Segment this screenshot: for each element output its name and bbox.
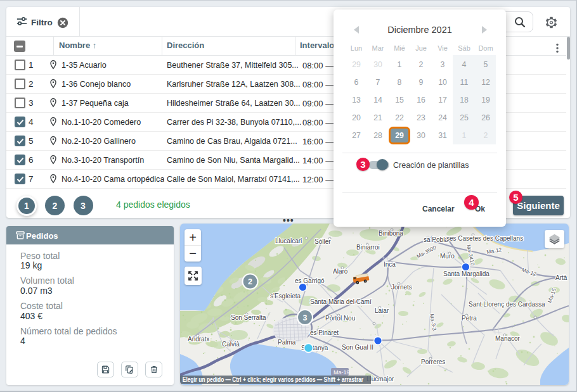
- svg-text:Laiar: Laiar: [375, 307, 389, 314]
- svg-text:2: 2: [248, 277, 252, 286]
- svg-text:Binibona: Binibona: [379, 230, 403, 237]
- svg-text:Calvià: Calvià: [222, 341, 240, 348]
- svg-text:Biniarroi: Biniarroi: [356, 244, 380, 251]
- svg-text:Andratx: Andratx: [188, 336, 209, 343]
- svg-text:Jornets: Jornets: [391, 284, 412, 291]
- svg-text:Son Gual II: Son Gual II: [342, 344, 373, 351]
- svg-text:Sant Llorenç des Cardassa: Sant Llorenç des Cardassa: [469, 301, 545, 308]
- svg-text:Llucalcari: Llucalcari: [275, 237, 302, 244]
- svg-text:Manacor: Manacor: [495, 335, 521, 342]
- svg-text:es Pinaret: es Pinaret: [310, 329, 339, 336]
- svg-text:sa Pobla: sa Pobla: [424, 236, 448, 243]
- svg-text:Santa Maria del Camí: Santa Maria del Camí: [310, 298, 372, 305]
- svg-text:3: 3: [303, 313, 308, 322]
- svg-text:Petra: Petra: [462, 315, 477, 322]
- svg-text:Sóller: Sóller: [314, 238, 331, 245]
- svg-text:Artà: Artà: [555, 274, 567, 281]
- svg-text:Palma: Palma: [278, 339, 296, 346]
- svg-text:s'Esgleieta: s'Esgleieta: [270, 293, 301, 300]
- svg-text:Son Serralta: Son Serralta: [231, 314, 266, 321]
- svg-text:Inca: Inca: [384, 261, 396, 268]
- svg-text:Porreres: Porreres: [421, 358, 445, 365]
- svg-text:Ma-19: Ma-19: [334, 369, 350, 376]
- svg-text:Alaró: Alaró: [333, 268, 348, 275]
- svg-text:Santa Margalida: Santa Margalida: [443, 270, 489, 277]
- svg-text:es Garrigó: es Garrigó: [295, 277, 325, 284]
- svg-text:Muro: Muro: [440, 253, 455, 260]
- svg-text:ses Casetes des Capellans: ses Casetes des Capellans: [446, 235, 523, 242]
- svg-text:Pòrtol Nou: Pòrtol Nou: [325, 315, 355, 322]
